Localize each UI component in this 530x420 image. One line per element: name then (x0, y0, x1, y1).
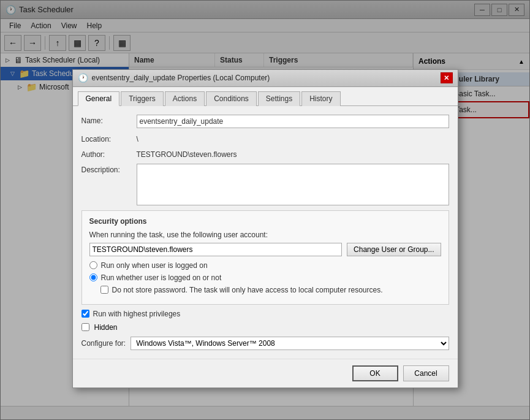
tab-actions[interactable]: Actions (165, 91, 205, 106)
radio-logged-on[interactable] (89, 261, 97, 269)
dialog-icon: 🕐 (78, 73, 88, 83)
description-label: Description: (81, 164, 137, 174)
security-subtitle: When running the task, use the following… (89, 231, 441, 239)
dialog-close-button[interactable]: ✕ (441, 72, 453, 83)
configure-select[interactable]: Windows Vista™, Windows Server™ 2008 (131, 337, 449, 350)
description-textarea[interactable] (137, 164, 449, 205)
properties-dialog: 🕐 eventsentry_daily_update Properties (L… (72, 69, 458, 388)
checkbox-hidden[interactable] (81, 323, 89, 331)
checkbox-privileges[interactable] (81, 310, 89, 318)
configure-label: Configure for: (81, 339, 126, 348)
change-user-button[interactable]: Change User or Group... (347, 243, 441, 256)
ok-button[interactable]: OK (352, 365, 398, 381)
tab-content-general: Name: Location: \ Author: TESTGROUND\ste… (73, 105, 458, 359)
tab-settings[interactable]: Settings (258, 91, 300, 106)
cancel-button[interactable]: Cancel (403, 365, 449, 381)
location-row: Location: \ (81, 133, 449, 143)
radio-logged-on-label: Run only when user is logged on (101, 261, 208, 270)
modal-overlay: 🕐 eventsentry_daily_update Properties (L… (0, 0, 530, 420)
name-input[interactable] (137, 115, 449, 128)
security-section: Security options When running the task, … (81, 210, 449, 305)
dialog-title-bar: 🕐 eventsentry_daily_update Properties (L… (73, 70, 458, 87)
hidden-row: Hidden (81, 323, 449, 332)
dialog-title: eventsentry_daily_update Properties (Loc… (92, 74, 270, 82)
tab-triggers[interactable]: Triggers (121, 91, 164, 106)
radio-whether-logged[interactable] (89, 273, 97, 281)
tab-history[interactable]: History (301, 91, 340, 106)
location-label: Location: (81, 133, 137, 143)
checkbox-password-label: Do not store password. The task will onl… (112, 286, 383, 294)
security-title: Security options (89, 217, 441, 226)
radio-logged-on-row: Run only when user is logged on (89, 261, 441, 270)
radio-whether-logged-row: Run whether user is logged on or not (89, 273, 441, 282)
tab-bar: General Triggers Actions Conditions Sett… (73, 87, 458, 105)
name-label: Name: (81, 115, 137, 125)
hidden-label: Hidden (94, 323, 118, 332)
configure-row: Configure for: Windows Vista™, Windows S… (81, 337, 449, 350)
name-row: Name: (81, 115, 449, 128)
tab-conditions[interactable]: Conditions (206, 91, 257, 106)
tab-general[interactable]: General (78, 91, 120, 106)
dialog-footer: OK Cancel (73, 359, 458, 388)
location-value: \ (137, 133, 138, 143)
radio-whether-logged-label: Run whether user is logged on or not (101, 273, 222, 282)
checkbox-password-row: Do not store password. The task will onl… (89, 286, 441, 294)
user-account-row: Change User or Group... (89, 243, 441, 256)
description-row: Description: (81, 164, 449, 205)
checkbox-password[interactable] (100, 286, 108, 294)
author-row: Author: TESTGROUND\steven.flowers (81, 148, 449, 159)
author-label: Author: (81, 148, 137, 159)
privileges-row: Run with highest privileges (81, 310, 449, 318)
user-account-input[interactable] (89, 243, 343, 256)
privileges-label: Run with highest privileges (93, 310, 181, 318)
author-value: TESTGROUND\steven.flowers (137, 148, 237, 159)
